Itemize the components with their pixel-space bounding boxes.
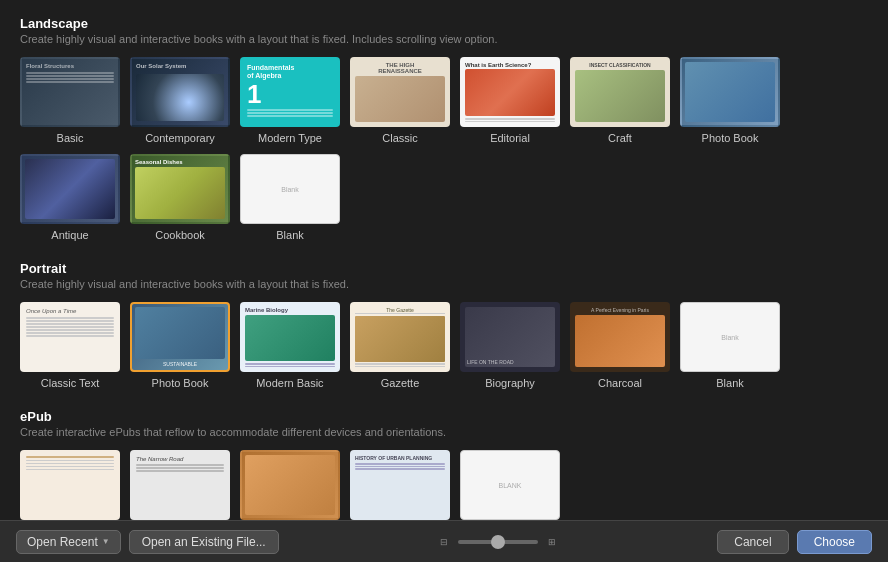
template-thumb-craft: INSECT CLASSIFICATION (570, 57, 670, 127)
template-thumb-charcoal: A Perfect Evening in Paris (570, 302, 670, 372)
template-thumb-cookbook: Seasonal Dishes (130, 154, 230, 224)
template-epub-cookbook[interactable]: Cookbook (240, 450, 340, 520)
zoom-slider[interactable] (458, 540, 538, 544)
template-label-contemporary: Contemporary (145, 132, 215, 144)
template-label-photobook-landscape: Photo Book (702, 132, 759, 144)
bottom-left-area: Open Recent ▼ Open an Existing File... (16, 530, 279, 554)
template-photobook-portrait[interactable]: SUSTAINABLE Photo Book (130, 302, 230, 389)
template-label-modern-basic: Modern Basic (256, 377, 323, 389)
template-thumb-basic: Floral Structures (20, 57, 120, 127)
template-label-editorial: Editorial (490, 132, 530, 144)
template-antique[interactable]: Antique (20, 154, 120, 241)
template-label-classic: Classic (382, 132, 417, 144)
zoom-controls: ⊟ ⊞ (436, 534, 560, 550)
template-classic[interactable]: THE HIGHRENAISSANCE Classic (350, 57, 450, 144)
epub-section: ePub Create interactive ePubs that reflo… (20, 409, 868, 520)
portrait-section: Portrait Create highly visual and intera… (20, 261, 868, 389)
open-existing-file-button[interactable]: Open an Existing File... (129, 530, 279, 554)
portrait-grid: Once Upon a Time Classic Text (20, 302, 868, 389)
template-thumb-contemporary: Our Solar System (130, 57, 230, 127)
template-cookbook[interactable]: Seasonal Dishes Cookbook (130, 154, 230, 241)
template-thumb-antique (20, 154, 120, 224)
template-biography[interactable]: LIFE ON THE ROAD Biography (460, 302, 560, 389)
landscape-section: Landscape Create highly visual and inter… (20, 16, 868, 241)
template-contemporary[interactable]: Our Solar System Contemporary (130, 57, 230, 144)
template-craft[interactable]: INSECT CLASSIFICATION Craft (570, 57, 670, 144)
template-chooser-content: Landscape Create highly visual and inter… (0, 0, 888, 520)
choose-label: Choose (814, 535, 855, 549)
template-label-blank-landscape: Blank (276, 229, 304, 241)
choose-button[interactable]: Choose (797, 530, 872, 554)
template-thumb-blank-portrait: Blank (680, 302, 780, 372)
landscape-grid: Floral Structures Basic Our Sola (20, 57, 868, 241)
template-gazette[interactable]: The Gazette Gazette (350, 302, 450, 389)
template-thumb-epub-cookbook (240, 450, 340, 520)
template-label-gazette: Gazette (381, 377, 420, 389)
template-classic-text[interactable]: Once Upon a Time Classic Text (20, 302, 120, 389)
template-blank-landscape[interactable]: Blank Blank (240, 154, 340, 241)
template-blank-portrait[interactable]: Blank Blank (680, 302, 780, 389)
template-label-charcoal: Charcoal (598, 377, 642, 389)
template-thumb-modern-type: Fundamentalsof Algebra 1 (240, 57, 340, 127)
template-modern-basic[interactable]: Marine Biology Modern Basic (240, 302, 340, 389)
template-thumb-biography: LIFE ON THE ROAD (460, 302, 560, 372)
template-label-craft: Craft (608, 132, 632, 144)
template-modern-type[interactable]: Fundamentalsof Algebra 1 Modern Type (240, 57, 340, 144)
open-file-label: Open an Existing File... (142, 535, 266, 549)
open-recent-chevron-icon: ▼ (102, 537, 110, 546)
template-label-classic-text: Classic Text (41, 377, 99, 389)
template-thumb-classic: THE HIGHRENAISSANCE (350, 57, 450, 127)
template-thumb-photobook-landscape (680, 57, 780, 127)
open-recent-button[interactable]: Open Recent ▼ (16, 530, 121, 554)
template-editorial[interactable]: What is Earth Science? Editorial (460, 57, 560, 144)
template-epub-blank[interactable]: BLANK Blank (460, 450, 560, 520)
template-label-cookbook: Cookbook (155, 229, 205, 241)
template-thumb-epub-urban-planning: HISTORY OF URBAN PLANNING (350, 450, 450, 520)
template-label-antique: Antique (51, 229, 88, 241)
template-basic[interactable]: Floral Structures Basic (20, 57, 120, 144)
template-label-blank-portrait: Blank (716, 377, 744, 389)
template-epub-basic[interactable]: Basic (20, 450, 120, 520)
template-epub-urban-planning[interactable]: HISTORY OF URBAN PLANNING History of Urb… (350, 450, 450, 520)
zoom-in-icon: ⊞ (544, 534, 560, 550)
landscape-title: Landscape (20, 16, 868, 31)
template-charcoal[interactable]: A Perfect Evening in Paris Charcoal (570, 302, 670, 389)
epub-grid: Basic The Narrow Road The Narrow Road (20, 450, 868, 520)
open-recent-label: Open Recent (27, 535, 98, 549)
template-thumb-epub-narrow-road: The Narrow Road (130, 450, 230, 520)
template-thumb-classic-text: Once Upon a Time (20, 302, 120, 372)
template-thumb-photobook-portrait: SUSTAINABLE (130, 302, 230, 372)
template-thumb-editorial: What is Earth Science? (460, 57, 560, 127)
epub-title: ePub (20, 409, 868, 424)
bottom-right-area: Cancel Choose (717, 530, 872, 554)
template-thumb-epub-blank: BLANK (460, 450, 560, 520)
template-thumb-blank-landscape: Blank (240, 154, 340, 224)
template-thumb-epub-basic (20, 450, 120, 520)
template-thumb-gazette: The Gazette (350, 302, 450, 372)
template-label-biography: Biography (485, 377, 535, 389)
template-label-photobook-portrait: Photo Book (152, 377, 209, 389)
template-photobook-landscape[interactable]: Photo Book (680, 57, 780, 144)
template-thumb-modern-basic: Marine Biology (240, 302, 340, 372)
cancel-label: Cancel (734, 535, 771, 549)
epub-desc: Create interactive ePubs that reflow to … (20, 426, 868, 438)
template-label-modern-type: Modern Type (258, 132, 322, 144)
bottom-toolbar: Open Recent ▼ Open an Existing File... ⊟… (0, 520, 888, 562)
landscape-desc: Create highly visual and interactive boo… (20, 33, 868, 45)
portrait-desc: Create highly visual and interactive boo… (20, 278, 868, 290)
portrait-title: Portrait (20, 261, 868, 276)
template-label-basic: Basic (57, 132, 84, 144)
cancel-button[interactable]: Cancel (717, 530, 788, 554)
zoom-out-icon: ⊟ (436, 534, 452, 550)
template-epub-narrow-road[interactable]: The Narrow Road The Narrow Road (130, 450, 230, 520)
